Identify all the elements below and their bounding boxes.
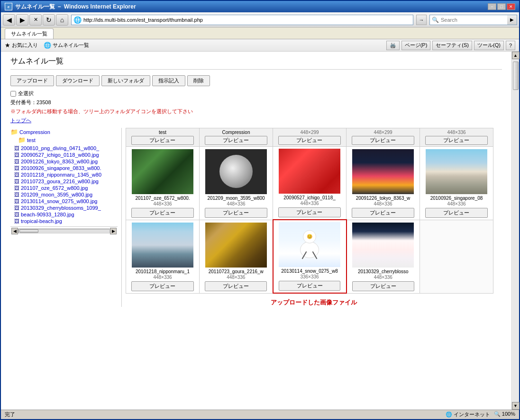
file-item[interactable]: 🖼tropical-beach.jpg bbox=[10, 218, 118, 224]
scroll-right-button[interactable]: ▶ bbox=[110, 228, 117, 234]
grid-header-cell: Compressionプレビュー bbox=[200, 128, 273, 147]
file-icon: 🖼 bbox=[14, 172, 19, 178]
scroll-up-button[interactable]: ▲ bbox=[512, 52, 520, 59]
stop-button[interactable]: ✕ bbox=[29, 14, 42, 26]
preview-button[interactable]: プレビュー bbox=[279, 281, 341, 291]
file-item[interactable]: 🖼20130114_snow_0275_w800.jpg bbox=[10, 198, 118, 205]
safety-menu[interactable]: セーフティ(S) bbox=[432, 41, 472, 50]
main-tab[interactable]: サムネイル一覧 bbox=[5, 28, 54, 39]
folder-icon: 📁 bbox=[10, 128, 18, 135]
preview-button[interactable]: プレビュー bbox=[131, 208, 193, 218]
preview-button[interactable]: プレビュー bbox=[205, 208, 267, 218]
file-item[interactable]: 🖼201209_moon_3595_w800.jpg bbox=[10, 191, 118, 198]
new-folder-button[interactable]: 新しいフォルダ bbox=[101, 75, 150, 86]
header-preview-button[interactable]: プレビュー bbox=[278, 136, 340, 145]
preview-button[interactable]: プレビュー bbox=[352, 281, 414, 291]
select-all-checkbox[interactable] bbox=[10, 91, 16, 97]
preview-button[interactable]: プレビュー bbox=[352, 208, 414, 218]
refresh-button[interactable]: ↻ bbox=[43, 14, 55, 26]
favorites-item[interactable]: ★ お気に入り bbox=[5, 42, 38, 49]
file-item[interactable]: 🖼beach-90933_1280.jpg bbox=[10, 211, 118, 218]
scroll-thumb-vertical[interactable] bbox=[513, 62, 519, 90]
thumbnail-size: 448×336 bbox=[275, 201, 344, 206]
search-button[interactable]: ▶ bbox=[507, 15, 517, 25]
header-preview-button[interactable]: プレビュー bbox=[352, 136, 414, 145]
top-link[interactable]: トップへ bbox=[10, 117, 31, 124]
file-item[interactable]: 🖼200810_png_diving_0471_w800_ bbox=[10, 145, 118, 152]
thumbnail-size: 336×336 bbox=[275, 274, 344, 279]
file-name: 20101218_nipponmaru_1345_w80 bbox=[21, 172, 101, 178]
thumbnail-filename: 20090527_ichigo_0118_ bbox=[275, 195, 344, 201]
file-name: 20130329_cherryblossoms_1099_ bbox=[21, 205, 101, 211]
thumbnail-grid: testプレビューCompressionプレビュー448×299プレビュー448… bbox=[126, 128, 493, 294]
file-icon: 🖼 bbox=[14, 159, 19, 164]
page-tab[interactable]: 🌐 サムネイル一覧 bbox=[44, 42, 89, 49]
action-buttons: アップロード ダウンロード 新しいフォルダ 指示記入 削除 bbox=[10, 75, 502, 86]
favorites-label: お気に入り bbox=[12, 42, 38, 49]
preview-button[interactable]: プレビュー bbox=[278, 207, 340, 217]
tree-folder-compression[interactable]: 📁 Compression bbox=[10, 128, 118, 136]
thumbnail-size: 448×336 bbox=[201, 275, 271, 280]
thumbnail-cell: 20091226_tokyo_8363_w 448×336 プレビュー bbox=[347, 147, 420, 220]
title-bar-buttons[interactable]: − □ ✕ bbox=[488, 3, 515, 10]
address-text: http://ids.multi-bits.com/est_transport/… bbox=[83, 17, 411, 23]
file-icon: 🖼 bbox=[14, 145, 19, 151]
file-icon: 🖼 bbox=[14, 185, 19, 191]
thumbnail-image bbox=[132, 223, 193, 268]
back-button[interactable]: ◀ bbox=[3, 14, 15, 26]
upload-button[interactable]: アップロード bbox=[10, 75, 54, 86]
file-item[interactable]: 🖼20101218_nipponmaru_1345_w80 bbox=[10, 171, 118, 178]
thumbnail-size: 448×336 bbox=[128, 201, 197, 206]
minimize-button[interactable]: − bbox=[488, 3, 496, 10]
download-button[interactable]: ダウンロード bbox=[56, 75, 100, 86]
thumbnail-filename: 201107_oze_6572_w800. bbox=[128, 195, 197, 201]
tree-folder-test[interactable]: 📁 test bbox=[10, 136, 118, 144]
delete-button[interactable]: 削除 bbox=[187, 75, 210, 86]
print-button[interactable]: 🖨️ bbox=[386, 41, 400, 50]
scroll-down-button[interactable]: ▼ bbox=[512, 402, 520, 410]
file-item[interactable]: 🖼20100926_singapore_0833_w800. bbox=[10, 165, 118, 171]
thumbnail-image bbox=[352, 223, 414, 268]
file-icon: 🖼 bbox=[14, 179, 19, 184]
close-button[interactable]: ✕ bbox=[507, 3, 515, 10]
search-input[interactable] bbox=[441, 15, 507, 25]
thumbnail-cell: 😊 20130114_snow_0275_w8 336×336 プレビュー bbox=[273, 220, 347, 293]
scroll-track[interactable] bbox=[18, 229, 110, 233]
zoom-text: 🔍 100% bbox=[494, 411, 515, 418]
header-size: 448×336 bbox=[422, 130, 491, 135]
browser-window: e サムネイル一覧 － Windows Internet Explorer − … bbox=[0, 0, 520, 420]
file-name: beach-90933_1280.jpg bbox=[21, 212, 74, 217]
preview-button[interactable]: プレビュー bbox=[205, 281, 267, 291]
file-item[interactable]: 🖼20090527_ichigo_0118_w800.jpg bbox=[10, 152, 118, 158]
preview-button[interactable]: プレビュー bbox=[425, 208, 487, 218]
maximize-button[interactable]: □ bbox=[497, 3, 506, 10]
file-name: 20091226_tokyo_8363_w800.jpg bbox=[21, 159, 98, 164]
scroll-thumb[interactable] bbox=[19, 229, 38, 233]
scroll-left-button[interactable]: ◀ bbox=[11, 228, 18, 234]
preview-button[interactable]: プレビュー bbox=[131, 281, 193, 291]
tools-menu[interactable]: ツール(Q) bbox=[474, 41, 504, 50]
home-button[interactable]: ⌂ bbox=[56, 14, 68, 26]
file-item[interactable]: 🖼20130329_cherryblossoms_1099_ bbox=[10, 205, 118, 211]
go-button[interactable]: → bbox=[416, 15, 427, 25]
search-area: 🔍 ▶ bbox=[429, 15, 517, 25]
help-button[interactable]: ? bbox=[506, 41, 515, 50]
file-item[interactable]: 🖼20110723_goura_2216_w800.jpg bbox=[10, 178, 118, 185]
star-icon: ★ bbox=[5, 42, 10, 49]
file-name: 20130114_snow_0275_w800.jpg bbox=[21, 198, 97, 204]
page-menu[interactable]: ページ(P) bbox=[401, 41, 431, 50]
file-icon: 🖼 bbox=[14, 165, 19, 171]
file-item[interactable]: 🖼201107_oze_6572_w800.jpg bbox=[10, 185, 118, 191]
header-preview-button[interactable]: プレビュー bbox=[205, 136, 267, 145]
file-name: 201209_moon_3595_w800.jpg bbox=[21, 192, 92, 197]
instruction-button[interactable]: 指示記入 bbox=[152, 75, 185, 86]
scroll-track-vertical[interactable] bbox=[512, 59, 519, 402]
file-item[interactable]: 🖼20091226_tokyo_8363_w800.jpg bbox=[10, 158, 118, 165]
forward-button[interactable]: ▶ bbox=[16, 14, 28, 26]
header-preview-button[interactable]: プレビュー bbox=[131, 136, 193, 145]
thumbnail-cell: 201209_moon_3595_w800 448×336 プレビュー bbox=[200, 147, 273, 220]
address-bar[interactable]: 🌐 http://ids.multi-bits.com/est_transpor… bbox=[71, 15, 413, 25]
header-preview-button[interactable]: プレビュー bbox=[425, 136, 487, 145]
title-bar: e サムネイル一覧 － Windows Internet Explorer − … bbox=[1, 1, 519, 12]
h-scrollbar[interactable]: ◀ ▶ bbox=[10, 226, 118, 235]
